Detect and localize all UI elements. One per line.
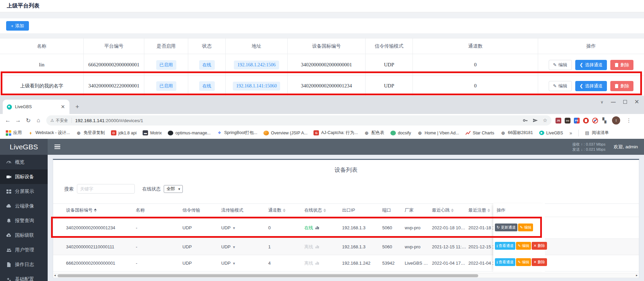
minimize-button[interactable]: — (611, 99, 616, 105)
chrome-menu-icon[interactable]: ⋮ (626, 117, 631, 123)
bookmark-vben[interactable]: ⊕Home | Vben Ad... (415, 129, 462, 137)
window-close-button[interactable]: ✕ (634, 98, 639, 105)
url-bar[interactable]: ⚠不安全 192.168.1.141 :20000/#/devices/1 ☆ (46, 115, 551, 126)
ext-fe-icon[interactable]: FE (574, 118, 580, 123)
jsip-icon (263, 131, 269, 135)
ext-incognito-icon[interactable] (565, 118, 570, 123)
sort-icon[interactable] (487, 209, 490, 212)
bookmark-docsify[interactable]: docsify (388, 129, 414, 137)
key-icon[interactable] (522, 118, 528, 123)
bookmark-livegbs[interactable]: LiveGBS (537, 129, 565, 137)
bar-chart-icon[interactable] (315, 226, 319, 230)
view-channels-button[interactable]: i查看通道 (495, 258, 515, 266)
sidebar-toggle-icon[interactable] (54, 144, 60, 150)
ext-blocker-icon[interactable] (592, 118, 598, 123)
bookmark-star-charts[interactable]: Star Charts (463, 129, 497, 137)
add-button[interactable]: +添加 (6, 21, 29, 31)
enabled-badge[interactable]: 已启用 (156, 81, 176, 91)
ext-js-icon[interactable]: JS (556, 118, 561, 123)
reading-list-button[interactable]: ▤阅读清单 (582, 129, 611, 137)
livegbs-app: LiveGBS 接收 ↑ : 0.037 Mbps 发送 ↓ : 0.021 M… (0, 139, 644, 281)
address-badge[interactable]: 192.168.1.242:1506 (234, 61, 279, 69)
profile-avatar[interactable]: I (612, 116, 620, 125)
back-icon[interactable]: ← (3, 117, 13, 124)
sidebar-item-basic-config[interactable]: 基础配置 (0, 272, 48, 281)
sidebar-item-operation-log[interactable]: 操作日志 (0, 257, 48, 272)
enabled-badge[interactable]: 已启用 (156, 60, 176, 70)
search-input[interactable] (77, 184, 135, 194)
bookmarks-overflow-chevron[interactable]: » (567, 130, 575, 136)
delete-button[interactable]: 删除 (610, 81, 633, 91)
app-logo[interactable]: LiveGBS (0, 139, 48, 155)
browser-tab[interactable]: LiveGBS ✕ (3, 100, 69, 114)
bar-chart-icon[interactable] (315, 261, 319, 265)
bookmark-jsip[interactable]: Overview (JSIP A... (261, 129, 310, 137)
ext-adblock-hand-icon[interactable] (583, 118, 589, 123)
sidebar-item-split-screen[interactable]: 分屏展示 (0, 184, 48, 199)
tab-search-chevron-icon[interactable]: ∨ (600, 100, 603, 104)
bookmark-apps[interactable]: 应用 (3, 129, 24, 137)
sort-icon[interactable] (94, 209, 97, 212)
view-channels-button[interactable]: i查看通道 (495, 242, 515, 250)
bookmark-aj-captcha[interactable]: GAJ-Captcha: 行为... (311, 129, 360, 137)
bar-chart-icon[interactable] (315, 245, 319, 249)
stream-mode-dropdown[interactable]: UDP▼ (221, 244, 268, 249)
new-tab-button[interactable]: + (73, 102, 82, 111)
scroll-left-arrow[interactable]: ◂ (54, 274, 56, 277)
sidebar-item-alarm-query[interactable]: 报警查询 (0, 213, 48, 228)
bookmark-motrix[interactable]: ▬Motrix (140, 129, 164, 137)
scrollbar-thumb[interactable] (58, 274, 478, 277)
col-gb-id[interactable]: 设备国标编号 (66, 207, 136, 213)
bookmark-colors[interactable]: ⊕配色表 (361, 129, 387, 137)
bookmark-optimus[interactable]: optimus-manage... (165, 129, 213, 137)
bookmark-webstack[interactable]: ⬧Webstack - 设计... (26, 129, 72, 137)
edit-button[interactable]: ✎编辑 (549, 60, 572, 70)
edit-button[interactable]: ✎编辑 (516, 258, 531, 266)
bookmark-star-icon[interactable]: ☆ (543, 117, 547, 123)
send-icon[interactable] (533, 118, 538, 123)
bookmark-gb28181[interactable]: ⊕66国标28181 (498, 129, 535, 137)
scroll-right-arrow[interactable]: ▸ (636, 274, 638, 277)
sidebar-item-gb-devices[interactable]: 国标设备 (0, 169, 48, 184)
online-filter-select[interactable]: 全部▼ (164, 185, 183, 193)
sidebar-item-overview[interactable]: 概览 (0, 155, 48, 169)
delete-button[interactable]: 删除 (610, 60, 633, 70)
home-icon[interactable]: ⌂ (33, 117, 44, 124)
extensions-puzzle-icon[interactable]: ▚ (601, 118, 607, 123)
select-channel-button[interactable]: ❮选择通道 (575, 81, 607, 91)
address-badge[interactable]: 192.168.1.141:15060 (233, 82, 280, 90)
bookmark-jdk-api[interactable]: Ojdk1.8 api (109, 129, 139, 137)
select-channel-button[interactable]: ❮选择通道 (575, 60, 607, 70)
col-platform-id: 平台编号 (84, 38, 144, 54)
sidebar-item-cloud-record[interactable]: 云端录像 (0, 199, 48, 213)
edit-button[interactable]: ✎编辑 (549, 81, 572, 91)
reload-icon[interactable]: ↻ (23, 117, 33, 124)
horizontal-scrollbar[interactable]: ◂ ▸ (53, 273, 639, 278)
sort-icon[interactable] (283, 209, 286, 212)
col-channels[interactable]: 通道数 (268, 207, 304, 213)
forward-icon[interactable]: → (13, 117, 23, 124)
delete-button[interactable]: ✕删除 (532, 258, 547, 266)
sidebar-item-gb-cascade[interactable]: 国标级联 (0, 228, 48, 243)
update-channels-button[interactable]: ↻更新通道 (495, 224, 517, 231)
reading-list-icon: ▤ (584, 130, 590, 136)
maximize-button[interactable] (623, 99, 627, 105)
edit-button[interactable]: ✎编辑 (518, 224, 533, 231)
col-online[interactable]: 在线状态 (304, 207, 342, 213)
delete-button[interactable]: ✕删除 (532, 242, 547, 250)
livegbs-favicon (7, 104, 12, 110)
sort-icon[interactable] (323, 209, 326, 212)
stream-mode-dropdown[interactable]: UDP▼ (221, 261, 268, 266)
cell-ip: 192.168.1.3 (342, 244, 382, 249)
tab-close-icon[interactable]: ✕ (60, 104, 66, 110)
bookmark-springboot[interactable]: ❖SpringBoot打包... (214, 129, 260, 137)
cell-name: - (136, 261, 182, 266)
sidebar-item-user-management[interactable]: 用户管理 (0, 243, 48, 257)
edit-button[interactable]: ✎编辑 (516, 242, 531, 250)
stream-mode-dropdown[interactable]: UDP▼ (221, 225, 268, 230)
welcome-user-menu[interactable]: 欢迎, admin (614, 144, 638, 150)
bookmark-copy[interactable]: ⊕免登录复制 (74, 129, 107, 137)
col-heartbeat[interactable]: 最近心跳 (432, 207, 468, 213)
sort-icon[interactable] (451, 209, 454, 212)
springboot-icon: ❖ (217, 130, 222, 136)
